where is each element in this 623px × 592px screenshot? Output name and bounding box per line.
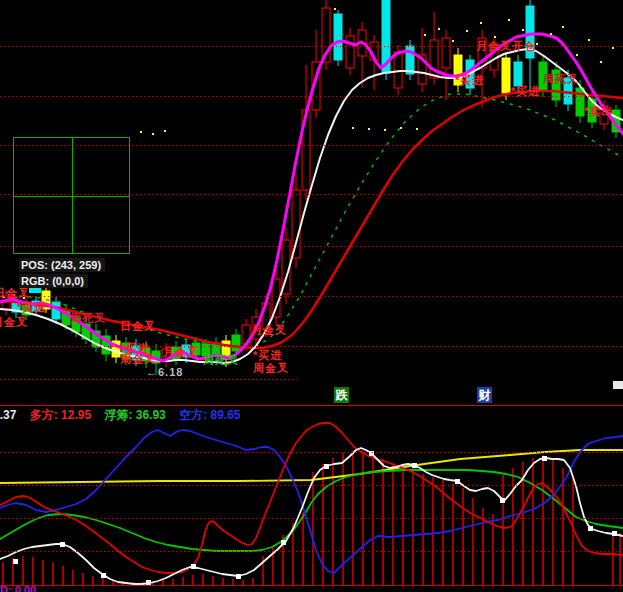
white-square-marker (455, 479, 460, 484)
yellow-dot (45, 291, 47, 293)
signal-annotation: 月金叉 (163, 346, 199, 358)
yellow-dot (438, 28, 440, 30)
signal-annotation: 周死叉 (203, 354, 239, 366)
rgb-value: (0,0,0) (52, 275, 84, 287)
white-square-marker (101, 573, 106, 578)
yellow-dot (562, 26, 564, 28)
yellow-dot (164, 130, 166, 132)
yellow-dot (550, 33, 552, 35)
white-square-marker (412, 463, 417, 468)
signal-annotation: *买进 (17, 301, 46, 313)
white-square-marker (281, 540, 286, 545)
signal-annotation: *卖出 (584, 105, 613, 117)
candle-body (514, 62, 522, 86)
red-dot-row (0, 379, 300, 380)
panel-divider-line (0, 405, 623, 406)
picker-rgb-readout: RGB: (0,0,0) (19, 274, 88, 288)
rgb-label: RGB: (21, 275, 49, 287)
signal-annotation: 月金叉 (251, 324, 287, 336)
yellow-dot (416, 128, 418, 130)
yellow-dot (424, 34, 426, 36)
histogram-baseline (0, 585, 623, 586)
signal-annotation: 周金叉 (120, 353, 156, 365)
yellow-dot (140, 131, 142, 133)
signal-annotation: 周死叉 (70, 312, 106, 324)
yellow-dot (384, 129, 386, 131)
candle-body (442, 38, 450, 68)
pos-value: (243, 259) (51, 259, 101, 271)
yellow-dot (522, 29, 524, 31)
divider-corner-box[interactable] (613, 381, 623, 389)
yellow-dot (352, 127, 354, 129)
yellow-dot (612, 47, 614, 49)
yellow-dot (600, 61, 602, 63)
signal-annotation: *买进 (253, 349, 282, 361)
indicator-header: 2.37 多方: 12.95 浮筹: 36.93 空方: 89.65 (0, 407, 623, 424)
signal-annotation: 周金叉 (253, 362, 289, 374)
signal-annotation: 日金叉 (0, 287, 30, 299)
yellow-dot (480, 22, 482, 24)
white-square-marker (542, 456, 547, 461)
yellow-dot (576, 54, 578, 56)
color-picker-zoom-box (13, 137, 130, 254)
pos-label: POS: (21, 259, 48, 271)
yellow-dot (368, 128, 370, 130)
white-square-marker (60, 542, 65, 547)
white-square-marker (191, 564, 196, 569)
signal-annotation: 月金叉开仓 (476, 40, 536, 52)
signal-annotation: *买进 (511, 85, 540, 97)
divider-tag-finance[interactable]: 财 (477, 387, 492, 403)
indicator-float-value: 浮筹: 36.93 (104, 408, 169, 422)
trading-app-screen: 日金叉*买进月金叉周死叉日金叉*买进周金叉月金叉←6.18周死叉月金叉*买进周金… (0, 0, 623, 592)
candle-body (334, 14, 342, 60)
signal-annotation: 月金叉 (0, 316, 28, 328)
white-square-marker (13, 559, 18, 564)
white-square-marker (236, 574, 241, 579)
bottom-left-clipped-label: D: 0.00 (0, 584, 36, 592)
yellow-dot (466, 30, 468, 32)
dotted-gridline (0, 551, 623, 552)
yellow-line (0, 450, 623, 483)
dotted-gridline (0, 452, 623, 453)
dotted-gridline (0, 518, 623, 519)
white-square-marker (612, 531, 617, 536)
yellow-dot (588, 39, 590, 41)
yellow-dot (508, 19, 510, 21)
dotted-gridline (0, 296, 623, 297)
candle-body (576, 88, 584, 116)
yellow-dot (334, 8, 336, 10)
white-line (0, 448, 623, 584)
white-square-marker (500, 498, 505, 503)
candle-body (346, 36, 354, 68)
candle-body (502, 58, 510, 93)
yellow-dot (400, 127, 402, 129)
candle-body (292, 190, 300, 258)
white-square-marker (588, 526, 593, 531)
signal-annotation: 周死叉 (543, 73, 579, 85)
dotted-gridline (0, 485, 623, 486)
yellow-dot (494, 36, 496, 38)
signal-annotation: ←6.18 (146, 366, 183, 378)
signal-annotation: 日金叉 (120, 320, 156, 332)
white-square-marker (324, 464, 329, 469)
yellow-dot (536, 43, 538, 45)
indicator-short-value: 空方: 89.65 (179, 408, 240, 422)
indicator-long-value: 多方: 12.95 (30, 408, 95, 422)
yellow-dot (452, 40, 454, 42)
dotted-gridline (0, 346, 623, 347)
divider-tag-fall[interactable]: 跌 (334, 387, 349, 403)
signal-annotation: *买进 (455, 74, 484, 86)
yellow-dot (152, 133, 154, 135)
picker-crosshair-horizontal (14, 196, 129, 197)
indicator-prefix-value: 2.37 (0, 408, 16, 422)
picker-pos-readout: POS: (243, 259) (19, 258, 105, 272)
